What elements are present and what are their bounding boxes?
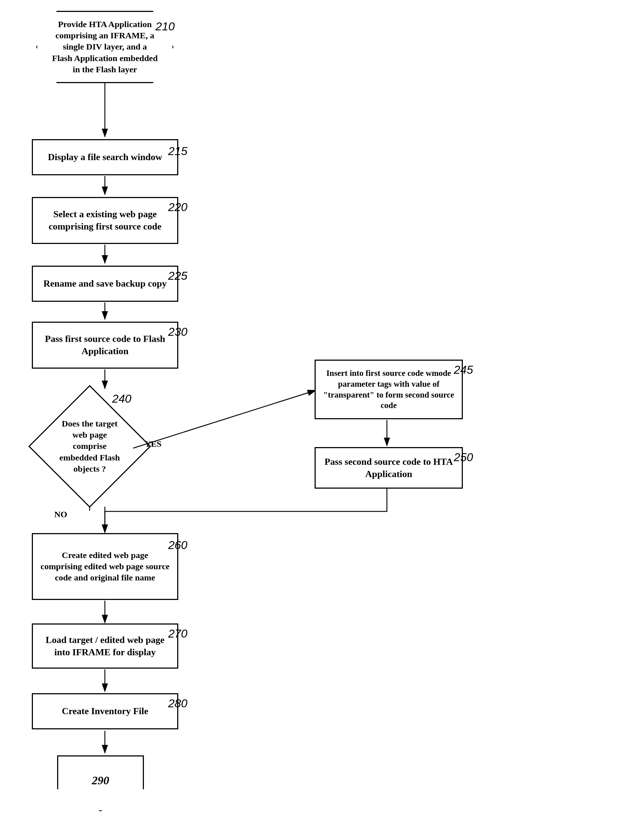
annotation-280: 280	[168, 697, 187, 710]
shape-270-label: Load target / edited web page into IFRAM…	[40, 634, 170, 659]
shape-220: Select a existing web page comprising fi…	[32, 197, 178, 244]
no-label: NO	[54, 510, 67, 519]
annotation-270: 270	[168, 627, 187, 640]
annotation-220: 220	[168, 201, 187, 214]
shape-210: Provide HTA Application comprising an IF…	[36, 11, 173, 83]
annotation-240: 240	[112, 392, 131, 405]
shape-245-label: Insert into first source code wmode para…	[323, 368, 455, 411]
shape-260: Create edited web page comprising edited…	[32, 533, 178, 600]
yes-label: YES	[145, 439, 162, 449]
annotation-245: 245	[454, 363, 473, 377]
shape-215: Display a file search window	[32, 139, 178, 175]
shape-220-label: Select a existing web page comprising fi…	[40, 208, 170, 233]
diagram-container: Provide HTA Application comprising an IF…	[0, 0, 644, 832]
shape-230: Pass first source code to Flash Applicat…	[32, 322, 178, 369]
shape-210-label: Provide HTA Application comprising an IF…	[52, 19, 158, 75]
annotation-210: 210	[155, 20, 175, 33]
shape-250: Pass second source code to HTA Applicati…	[315, 447, 463, 489]
shape-280: Create Inventory File	[32, 693, 178, 730]
shape-260-label: Create edited web page comprising edited…	[40, 550, 170, 584]
shape-245: Insert into first source code wmode para…	[315, 360, 463, 419]
annotation-250: 250	[454, 451, 473, 464]
shape-240-label: Does the target web page comprise embedd…	[57, 418, 122, 475]
annotation-225: 225	[168, 269, 187, 283]
shape-280-label: Create Inventory File	[62, 705, 148, 717]
shape-290: 290	[57, 755, 144, 811]
annotation-260: 260	[168, 539, 187, 552]
shape-250-label: Pass second source code to HTA Applicati…	[323, 456, 455, 480]
shape-225-label: Rename and save backup copy	[43, 278, 167, 290]
shape-240: Does the target web page comprise embedd…	[32, 389, 147, 504]
annotation-230: 230	[168, 325, 187, 339]
shape-215-label: Display a file search window	[48, 151, 162, 163]
shape-270: Load target / edited web page into IFRAM…	[32, 624, 178, 669]
shape-290-label: 290	[92, 773, 109, 788]
shape-225: Rename and save backup copy	[32, 266, 178, 302]
annotation-215: 215	[168, 144, 187, 158]
shape-230-label: Pass first source code to Flash Applicat…	[40, 333, 170, 357]
